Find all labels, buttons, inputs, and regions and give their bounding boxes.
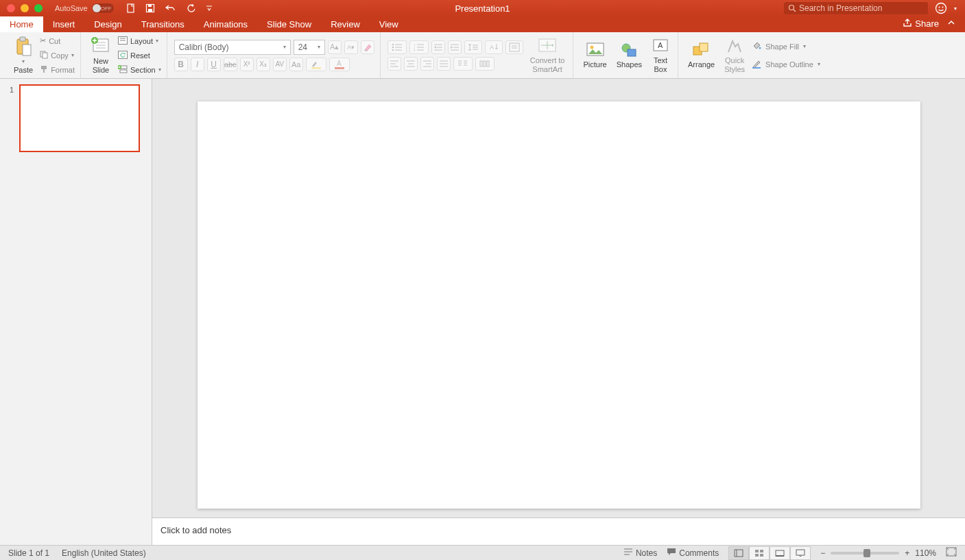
picture-button[interactable]: Picture xyxy=(580,36,609,75)
bold-button[interactable]: B xyxy=(174,58,188,71)
comments-toggle[interactable]: Comments xyxy=(667,548,719,558)
thumbnail-slide[interactable] xyxy=(19,84,140,152)
clear-formatting-button[interactable] xyxy=(361,40,374,54)
account-dropdown-icon[interactable]: ▾ xyxy=(954,5,957,12)
svg-point-7 xyxy=(939,7,940,8)
language-status[interactable]: English (United States) xyxy=(62,548,146,558)
align-center-button[interactable] xyxy=(404,57,418,71)
file-icon[interactable] xyxy=(126,3,136,13)
editor-area: Click to add notes xyxy=(152,79,965,545)
quick-styles-button[interactable]: Quick Styles xyxy=(722,36,748,75)
tab-home[interactable]: Home xyxy=(0,16,43,32)
svg-rect-97 xyxy=(760,554,763,557)
increase-indent-button[interactable] xyxy=(448,40,462,54)
section-button[interactable]: Section▾ xyxy=(118,64,161,76)
textbox-button[interactable]: A Text Box xyxy=(649,36,672,75)
convert-smartart-label: Convert to SmartArt xyxy=(530,56,565,73)
maximize-window-icon[interactable] xyxy=(34,4,43,12)
svg-text:A: A xyxy=(490,44,494,51)
zoom-in-button[interactable]: + xyxy=(905,548,909,558)
redo-icon[interactable] xyxy=(187,3,196,13)
change-case-button[interactable]: Aa xyxy=(289,58,303,71)
subscript-button[interactable]: X₂ xyxy=(257,58,270,71)
tab-insert[interactable]: Insert xyxy=(43,16,85,32)
collapse-ribbon-icon[interactable] xyxy=(947,19,955,29)
distribute-button[interactable] xyxy=(475,57,495,71)
align-text-button[interactable] xyxy=(505,40,523,54)
highlight-color-button[interactable] xyxy=(306,58,326,71)
increase-font-button[interactable]: A▴ xyxy=(328,40,342,54)
reset-icon xyxy=(118,51,128,60)
tab-design[interactable]: Design xyxy=(84,16,131,32)
notes-toggle[interactable]: Notes xyxy=(623,548,657,558)
zoom-slider[interactable] xyxy=(831,552,899,555)
shapes-button[interactable]: Shapes xyxy=(614,36,645,75)
font-color-button[interactable]: A xyxy=(329,58,350,71)
bucket-icon xyxy=(752,41,761,52)
convert-smartart-button[interactable]: Convert to SmartArt xyxy=(527,36,568,75)
scissors-icon: ✂︎ xyxy=(40,36,46,45)
comment-icon xyxy=(667,548,676,558)
tab-view[interactable]: View xyxy=(370,16,408,32)
bullets-button[interactable] xyxy=(388,40,407,54)
decrease-font-button[interactable]: A▾ xyxy=(344,40,358,54)
copy-button[interactable]: Copy▾ xyxy=(40,49,75,62)
justify-button[interactable] xyxy=(437,57,451,71)
tab-transitions[interactable]: Transitions xyxy=(132,16,194,32)
character-spacing-button[interactable]: AV xyxy=(273,58,287,71)
align-left-button[interactable] xyxy=(388,57,401,71)
qat-customize-icon[interactable] xyxy=(206,5,213,12)
reading-view-button[interactable] xyxy=(770,546,790,560)
strikethrough-button[interactable]: abc xyxy=(224,58,237,71)
tab-review[interactable]: Review xyxy=(321,16,370,32)
minimize-window-icon[interactable] xyxy=(21,4,29,12)
autosave-switch[interactable]: OFF xyxy=(92,3,114,13)
decrease-indent-button[interactable] xyxy=(431,40,445,54)
slideshow-view-button[interactable] xyxy=(790,546,811,560)
cut-button[interactable]: ✂︎ Cut xyxy=(40,35,75,47)
underline-button[interactable]: U xyxy=(207,58,221,71)
zoom-out-button[interactable]: − xyxy=(820,548,825,558)
tab-slideshow[interactable]: Slide Show xyxy=(257,16,321,32)
save-icon[interactable] xyxy=(145,3,155,13)
shape-fill-button[interactable]: Shape Fill▾ xyxy=(752,41,820,52)
normal-view-button[interactable] xyxy=(728,546,749,560)
numbering-button[interactable]: 123 xyxy=(409,40,429,54)
account-icon[interactable] xyxy=(935,2,947,14)
search-box[interactable] xyxy=(784,2,928,14)
slide-canvas-area[interactable] xyxy=(152,79,965,518)
arrange-button[interactable]: Arrange xyxy=(685,36,717,75)
search-input[interactable] xyxy=(799,3,924,13)
slide[interactable] xyxy=(198,101,920,509)
share-button[interactable]: Share xyxy=(903,18,939,29)
shape-outline-button[interactable]: Shape Outline▾ xyxy=(752,59,820,70)
format-painter-button[interactable]: Format xyxy=(40,64,75,76)
zoom-level[interactable]: 110% xyxy=(915,548,936,558)
slide-count[interactable]: Slide 1 of 1 xyxy=(8,548,49,558)
thumbnail-item[interactable]: 1 xyxy=(7,84,145,152)
quick-access-toolbar xyxy=(126,3,213,13)
new-slide-button[interactable]: New Slide xyxy=(88,36,114,75)
notes-pane[interactable]: Click to add notes xyxy=(152,518,965,545)
svg-rect-11 xyxy=(23,45,31,56)
font-size-select[interactable]: 24▾ xyxy=(294,40,325,55)
layout-button[interactable]: Layout▾ xyxy=(118,35,161,47)
paste-button[interactable]: ▾ Paste xyxy=(11,36,36,75)
text-direction-button[interactable]: A xyxy=(485,40,503,54)
columns-button[interactable] xyxy=(453,57,473,71)
slide-thumbnails-panel[interactable]: 1 xyxy=(0,79,152,545)
view-buttons xyxy=(728,546,811,560)
reset-button[interactable]: Reset xyxy=(118,49,161,62)
fit-to-window-button[interactable] xyxy=(946,547,957,559)
svg-line-5 xyxy=(794,10,796,12)
italic-button[interactable]: I xyxy=(191,58,204,71)
close-window-icon[interactable] xyxy=(7,4,15,12)
sorter-view-button[interactable] xyxy=(749,546,770,560)
autosave-toggle[interactable]: AutoSave OFF xyxy=(55,3,114,13)
align-right-button[interactable] xyxy=(420,57,434,71)
font-name-select[interactable]: Calibri (Body)▾ xyxy=(174,40,291,55)
superscript-button[interactable]: X² xyxy=(240,58,254,71)
undo-icon[interactable] xyxy=(165,3,177,13)
line-spacing-button[interactable] xyxy=(464,40,482,54)
tab-animations[interactable]: Animations xyxy=(194,16,257,32)
